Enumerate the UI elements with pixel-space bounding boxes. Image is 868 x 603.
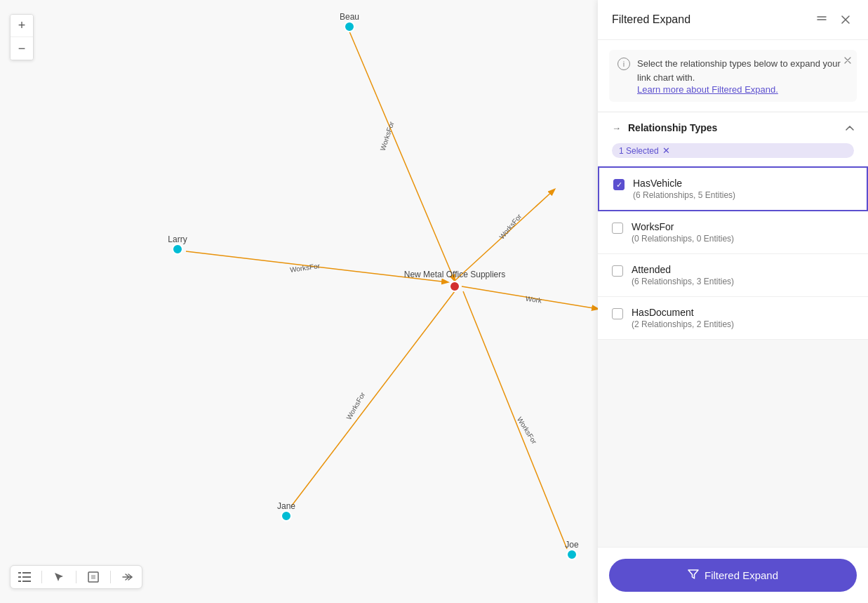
relationship-meta-attended: (6 Relationships, 3 Entities) — [632, 277, 734, 286]
node-label-center: New Metal Office Suppliers — [404, 270, 506, 279]
relationship-name-hasdocument: HasDocument — [632, 307, 734, 318]
toolbar-divider-2 — [76, 571, 76, 583]
relationship-meta-hasdocument: (2 Relationships, 2 Entities) — [632, 319, 734, 329]
cursor-tool-icon[interactable] — [52, 570, 66, 584]
svg-rect-6 — [18, 572, 21, 574]
relationship-list: HasVehicle (6 Relationships, 5 Entities)… — [598, 166, 868, 547]
graph-svg: WorksFor WorksFor WorksFor WorksFor Work… — [0, 0, 600, 603]
filtered-expand-button[interactable]: Filtered Expand — [609, 559, 857, 592]
node-beau[interactable] — [345, 22, 354, 32]
node-jane[interactable] — [281, 511, 291, 521]
relationship-item-attended[interactable]: Attended (6 Relationships, 3 Entities) — [598, 254, 868, 297]
info-link[interactable]: Learn more about Filtered Expand. — [637, 84, 848, 95]
edge-label-right: Work — [525, 294, 542, 304]
svg-line-0 — [349, 32, 455, 281]
zoom-controls: + − — [10, 14, 34, 60]
filtered-expand-label: Filtered Expand — [705, 569, 778, 581]
relationship-name-worksfor: WorksFor — [632, 221, 734, 232]
relationship-meta-worksfor: (0 Relationships, 0 Entities) — [632, 234, 734, 244]
section-header-left: → Relationship Types — [612, 122, 717, 133]
info-icon: i — [617, 58, 630, 70]
right-panel: Filtered Expand i Select the relationshi… — [598, 0, 868, 603]
checkbox-hasvehicle[interactable] — [613, 179, 625, 190]
svg-rect-9 — [22, 572, 31, 574]
box-tool-icon[interactable] — [86, 570, 100, 584]
list-spacer — [598, 340, 868, 480]
relationship-info-attended: Attended (6 Relationships, 3 Entities) — [632, 264, 734, 286]
relationship-name-hasvehicle: HasVehicle — [633, 178, 735, 189]
relationship-meta-hasvehicle: (6 Relationships, 5 Entities) — [633, 190, 735, 200]
bottom-toolbar — [10, 565, 142, 589]
selected-badge-text: 1 Selected — [619, 146, 659, 156]
collapse-button[interactable] — [813, 11, 830, 28]
node-label-beau: Beau — [340, 12, 359, 22]
info-text: Select the relationship types below to e… — [637, 57, 848, 84]
forward-tool-icon[interactable] — [121, 570, 135, 584]
relationship-item-hasdocument[interactable]: HasDocument (2 Relationships, 2 Entities… — [598, 297, 868, 340]
node-label-larry: Larry — [168, 234, 187, 244]
checkbox-hasdocument[interactable] — [612, 308, 623, 319]
checkbox-attended[interactable] — [612, 265, 623, 277]
info-banner: i Select the relationship types below to… — [609, 50, 857, 102]
relationship-types-section-header[interactable]: → Relationship Types — [598, 112, 868, 143]
edge-label-upper-right: WorksFor — [498, 212, 523, 241]
panel-header: Filtered Expand — [598, 0, 868, 40]
zoom-out-button[interactable]: − — [11, 37, 33, 60]
graph-canvas[interactable]: WorksFor WorksFor WorksFor WorksFor Work… — [0, 0, 600, 603]
svg-line-4 — [463, 291, 567, 549]
checkbox-worksfor[interactable] — [612, 223, 623, 234]
node-larry[interactable] — [173, 244, 182, 254]
section-title: Relationship Types — [628, 122, 717, 133]
node-center[interactable] — [450, 281, 460, 291]
node-joe[interactable] — [567, 550, 577, 559]
relationship-info-hasvehicle: HasVehicle (6 Relationships, 5 Entities) — [633, 178, 735, 200]
close-panel-button[interactable] — [837, 11, 854, 28]
relationship-info-worksfor: WorksFor (0 Relationships, 0 Entities) — [632, 221, 734, 244]
zoom-in-button[interactable]: + — [11, 15, 33, 37]
relationship-item-hasvehicle[interactable]: HasVehicle (6 Relationships, 5 Entities) — [598, 166, 868, 211]
relationship-item-worksfor[interactable]: WorksFor (0 Relationships, 0 Entities) — [598, 211, 868, 254]
svg-rect-8 — [18, 581, 21, 582]
toolbar-divider-1 — [41, 571, 42, 583]
svg-line-3 — [292, 291, 455, 505]
svg-rect-13 — [91, 575, 95, 579]
selected-badge-clear[interactable]: ✕ — [662, 145, 670, 156]
panel-header-icons — [813, 11, 854, 28]
panel-title: Filtered Expand — [612, 13, 690, 26]
relationship-name-attended: Attended — [632, 264, 734, 275]
relationship-info-hasdocument: HasDocument (2 Relationships, 2 Entities… — [632, 307, 734, 329]
panel-footer: Filtered Expand — [598, 547, 868, 603]
selected-badge: 1 Selected ✕ — [612, 143, 854, 158]
toolbar-divider-3 — [110, 571, 111, 583]
node-label-joe: Joe — [565, 540, 579, 550]
edge-label-bottom-left: WorksFor — [345, 390, 366, 420]
svg-rect-10 — [22, 576, 31, 578]
right-arrow-icon: → — [612, 123, 621, 133]
node-label-jane: Jane — [277, 501, 295, 511]
svg-rect-11 — [22, 581, 31, 582]
chevron-up-icon — [846, 123, 854, 133]
svg-rect-7 — [18, 576, 21, 578]
list-tool-icon[interactable] — [18, 570, 32, 584]
info-banner-close[interactable] — [844, 55, 851, 66]
filter-icon — [688, 569, 699, 582]
